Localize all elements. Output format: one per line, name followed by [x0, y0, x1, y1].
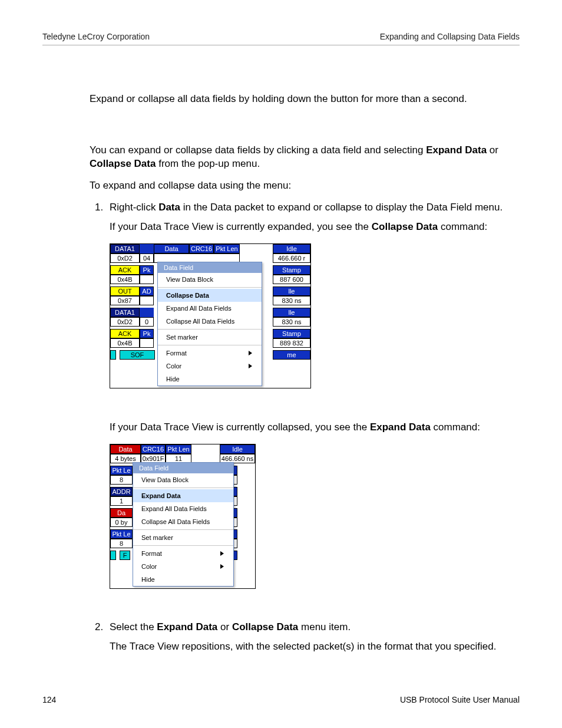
step-2: Select the Expand Data or Collapse Data …	[106, 621, 520, 654]
menu-expand-all[interactable]: Expand All Data Fields	[158, 302, 262, 315]
menu-color[interactable]: Color	[133, 560, 233, 573]
menu-format[interactable]: Format	[158, 347, 262, 360]
page-footer: 124 USB Protocol Suite User Manual	[42, 695, 520, 704]
menu-collapse-data[interactable]: Collapse Data	[158, 289, 262, 302]
step-1: Right-click Data in the Data packet to e…	[106, 201, 520, 604]
chevron-right-icon	[249, 364, 252, 368]
menu-collapse-all[interactable]: Collapse All Data Fields	[133, 515, 233, 528]
header-left: Teledyne LeCroy Corporation	[42, 32, 150, 41]
menu-expand-data[interactable]: Expand Data	[133, 489, 233, 502]
menu-view-data-block[interactable]: View Data Block	[158, 273, 262, 286]
steps-list: Right-click Data in the Data packet to e…	[90, 201, 520, 654]
menu-title: Data Field	[158, 262, 262, 273]
page-number: 124	[42, 695, 56, 704]
footer-title: USB Protocol Suite User Manual	[400, 695, 520, 704]
menu-format[interactable]: Format	[133, 547, 233, 560]
figure-collapse-menu: DATA1 0xD2 04 Data CRC16	[110, 243, 311, 388]
page-header: Teledyne LeCroy Corporation Expanding an…	[42, 32, 520, 45]
menu-hide[interactable]: Hide	[158, 373, 262, 386]
cell-data1-val: 0xD2	[110, 253, 140, 263]
menu-title: Data Field	[133, 463, 233, 473]
context-menu-expand[interactable]: Data Field View Data Block Expand Data E…	[133, 462, 234, 587]
menu-color[interactable]: Color	[158, 360, 262, 373]
menu-view-data-block[interactable]: View Data Block	[133, 473, 233, 486]
chevron-right-icon	[220, 564, 224, 569]
cell-data1-hdr: DATA1	[110, 244, 140, 253]
menu-hide[interactable]: Hide	[133, 573, 233, 586]
menu-set-marker[interactable]: Set marker	[158, 331, 262, 344]
figure-expand-menu: Data 4 bytes CRC16 0x901F Pkt Len 11	[110, 444, 256, 589]
chevron-right-icon	[220, 551, 224, 556]
menu-collapse-all[interactable]: Collapse All Data Fields	[158, 315, 262, 328]
header-right: Expanding and Collapsing Data Fields	[380, 32, 520, 41]
paragraph-2: You can expand or collapse data fields b…	[90, 144, 520, 171]
paragraph-3: To expand and collapse data using the me…	[90, 179, 520, 193]
menu-set-marker[interactable]: Set marker	[133, 531, 233, 544]
context-menu-collapse[interactable]: Data Field View Data Block Collapse Data…	[157, 262, 262, 386]
chevron-right-icon	[249, 351, 252, 355]
menu-expand-all[interactable]: Expand All Data Fields	[133, 502, 233, 515]
intro-paragraph: Expand or collapse all data fields by ho…	[90, 93, 520, 106]
